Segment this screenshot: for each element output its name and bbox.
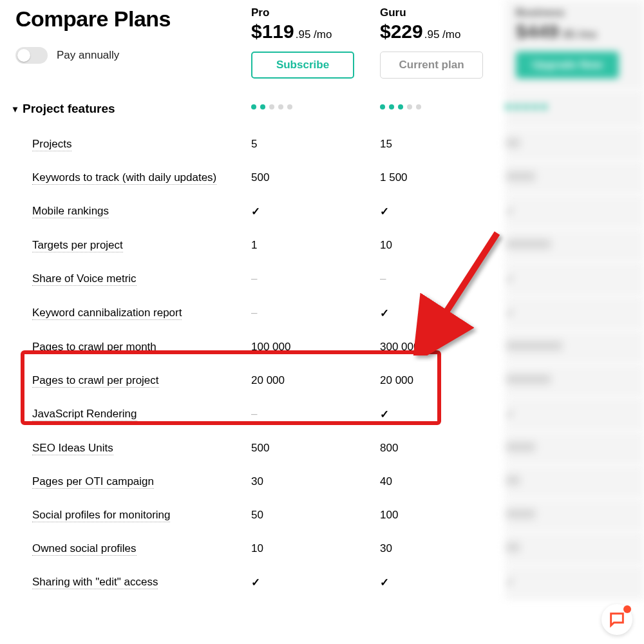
price-sub: .95 /mo [560,28,597,41]
feature-label: Projects [0,128,251,161]
price-main: $449 [516,21,559,43]
dots-guru [380,104,506,109]
feature-value: 40 [380,465,506,498]
price-sub: .95 /mo [296,28,332,41]
feature-label: Pages to crawl per project [0,364,251,397]
feature-value: 800 [380,431,506,465]
plan-header-pro: Pro $119 .95 /mo Subscribe [251,0,380,90]
feature-value: 10 [251,532,380,565]
feature-value: 50 [251,498,380,532]
feature-value [251,565,380,600]
plan-price-pro: $119 .95 /mo [251,21,380,43]
price-main: $229 [380,21,423,43]
plan-rating-business [506,90,644,128]
feature-value-business [506,194,644,229]
feature-value: 100 [380,498,506,532]
feature-value-business [506,465,644,498]
feature-value: – [380,262,506,296]
chevron-down-icon: ▾ [13,104,17,114]
plan-name-guru: Guru [380,6,506,19]
header-left: Compare Plans Pay annually [0,0,251,90]
feature-value: 30 [380,532,506,565]
feature-value: 1 500 [380,161,506,194]
feature-value: 300 000 [380,330,506,364]
plan-header-guru: Guru $229 .95 /mo Current plan [380,0,506,90]
feature-label: Owned social profiles [0,532,251,565]
feature-value-business [506,128,644,161]
feature-value-business [506,330,644,364]
feature-value-business [506,229,644,262]
dots-pro [251,104,380,109]
pay-annually-toggle[interactable] [15,47,48,64]
feature-value [380,194,506,229]
section-title: Project features [23,102,115,116]
feature-value: – [251,262,380,296]
feature-value: – [251,296,380,330]
feature-value [380,296,506,330]
chat-icon [608,611,626,629]
feature-label: JavaScript Rendering [0,397,251,431]
feature-label: Pages per OTI campaign [0,465,251,498]
feature-label: Keywords to track (with daily updates) [0,161,251,194]
plan-name-business: Business [516,6,636,19]
price-main: $119 [251,21,294,43]
feature-label: Sharing with "edit" access [0,565,251,600]
feature-value [380,565,506,600]
feature-value: 100 000 [251,330,380,364]
feature-value: 15 [380,128,506,161]
feature-value-business [506,364,644,397]
plan-header-business: Business $449 .95 /mo Upgrade Now [506,0,644,90]
feature-value-business [506,161,644,194]
chat-launcher-button[interactable] [601,604,632,635]
section-project-features[interactable]: ▾ Project features [0,90,251,128]
feature-label: Social profiles for monitoring [0,498,251,532]
subscribe-button[interactable]: Subscribe [251,52,354,79]
price-sub: .95 /mo [424,28,461,41]
feature-value: 10 [380,229,506,262]
feature-value-business [506,296,644,330]
feature-value: 20 000 [380,364,506,397]
plan-price-guru: $229 .95 /mo [380,21,506,43]
pricing-comparison-grid: Compare Plans Pay annually Pro $119 .95 … [0,0,644,600]
page-title: Compare Plans [15,6,251,32]
feature-value: 30 [251,465,380,498]
pay-annually-row: Pay annually [15,47,251,64]
plan-rating-guru [380,90,506,128]
plan-price-business: $449 .95 /mo [516,21,636,43]
plan-name-pro: Pro [251,6,380,19]
feature-value [380,397,506,431]
current-plan-button[interactable]: Current plan [380,52,483,79]
dots-business [506,104,644,109]
feature-label: Targets per project [0,229,251,262]
feature-label: Share of Voice metric [0,262,251,296]
feature-label: Pages to crawl per month [0,330,251,364]
feature-value: 500 [251,161,380,194]
feature-value: – [251,397,380,431]
feature-value-business [506,397,644,431]
feature-label: SEO Ideas Units [0,431,251,465]
pay-annually-label: Pay annually [57,49,119,62]
feature-value: 20 000 [251,364,380,397]
feature-value: 1 [251,229,380,262]
feature-value: 5 [251,128,380,161]
feature-label: Mobile rankings [0,194,251,229]
feature-value-business [506,565,644,600]
feature-value-business [506,498,644,532]
feature-value [251,194,380,229]
plan-rating-pro [251,90,380,128]
feature-value: 500 [251,431,380,465]
upgrade-button[interactable]: Upgrade Now [516,52,619,79]
notification-dot-icon [623,605,631,613]
feature-value-business [506,262,644,296]
feature-value-business [506,431,644,465]
feature-value-business [506,532,644,565]
feature-label: Keyword cannibalization report [0,296,251,330]
